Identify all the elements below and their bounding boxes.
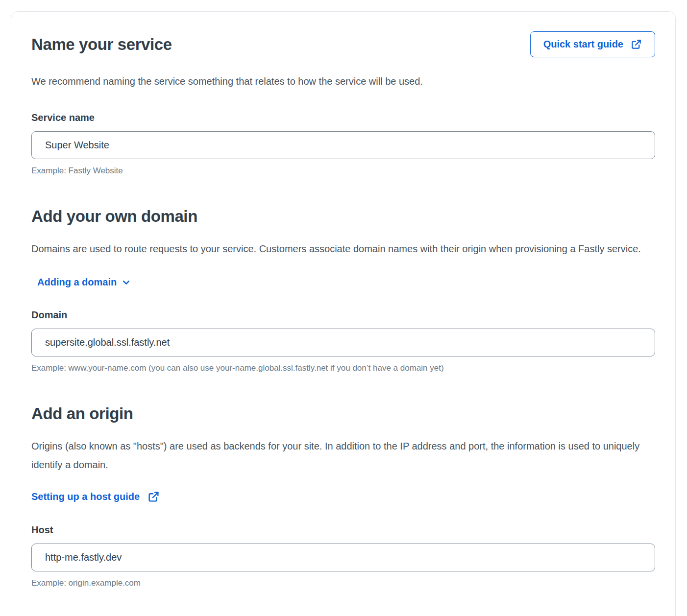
section-description: We recommend naming the service somethin… bbox=[31, 72, 641, 91]
host-input[interactable] bbox=[31, 544, 655, 571]
domain-field-group: Domain Example: www.your-name.com (you c… bbox=[31, 309, 655, 373]
service-name-field-group: Service name Example: Fastly Website bbox=[31, 112, 655, 176]
domain-label: Domain bbox=[31, 309, 655, 321]
add-origin-title: Add an origin bbox=[31, 404, 655, 423]
chevron-down-icon bbox=[121, 277, 131, 287]
adding-a-domain-label: Adding a domain bbox=[37, 277, 117, 288]
domain-helper: Example: www.your-name.com (you can also… bbox=[31, 363, 655, 373]
host-field-group: Host Example: origin.example.com bbox=[31, 524, 655, 588]
external-link-icon bbox=[631, 39, 642, 50]
service-name-helper: Example: Fastly Website bbox=[31, 166, 655, 176]
host-guide-link-label: Setting up a host guide bbox=[31, 491, 140, 502]
service-setup-card: Name your service Quick start guide We r… bbox=[11, 11, 676, 616]
service-name-input[interactable] bbox=[31, 131, 655, 159]
host-helper: Example: origin.example.com bbox=[31, 578, 655, 588]
external-link-icon bbox=[147, 491, 160, 503]
add-origin-description: Origins (also known as "hosts") are used… bbox=[31, 437, 641, 474]
add-domain-title: Add your own domain bbox=[31, 207, 655, 226]
section-add-origin: Add an origin Origins (also known as "ho… bbox=[31, 404, 655, 588]
domain-input[interactable] bbox=[31, 329, 655, 356]
host-label: Host bbox=[31, 524, 655, 536]
service-name-label: Service name bbox=[31, 112, 655, 123]
adding-a-domain-disclosure[interactable]: Adding a domain bbox=[37, 277, 131, 288]
add-domain-description: Domains are used to route requests to yo… bbox=[31, 239, 641, 258]
host-guide-link[interactable]: Setting up a host guide bbox=[31, 491, 160, 503]
section-header-name-service: Name your service Quick start guide bbox=[31, 31, 655, 57]
section-add-domain: Add your own domain Domains are used to … bbox=[31, 207, 655, 373]
quick-start-guide-button[interactable]: Quick start guide bbox=[530, 31, 655, 57]
page-title: Name your service bbox=[31, 35, 172, 54]
quick-start-guide-label: Quick start guide bbox=[543, 39, 623, 50]
